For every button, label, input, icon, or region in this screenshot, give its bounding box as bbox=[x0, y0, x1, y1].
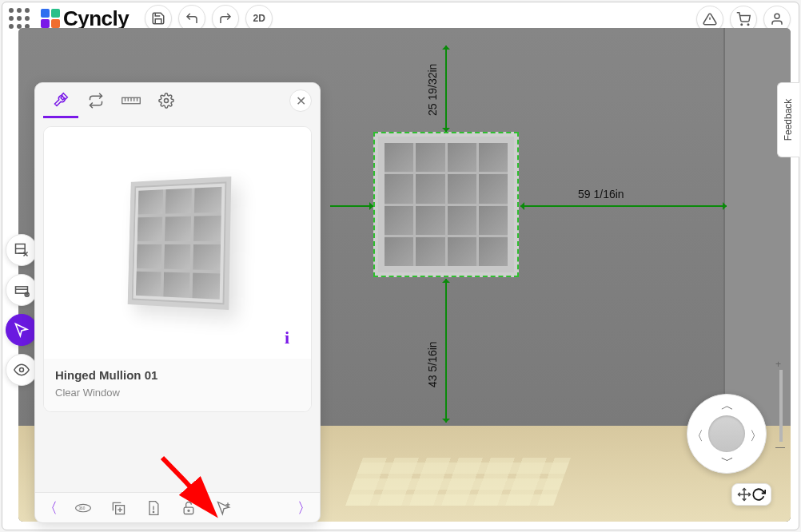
pan-tool-icon[interactable] bbox=[737, 487, 751, 502]
svg-point-28 bbox=[188, 510, 189, 511]
svg-point-2 bbox=[741, 24, 743, 26]
dimension-label-top[interactable]: 25 19/32in bbox=[426, 64, 439, 116]
footer-prev-button[interactable]: 〈 bbox=[43, 498, 58, 518]
window-preview-icon bbox=[128, 177, 232, 310]
brand-mark-icon bbox=[41, 9, 60, 28]
tab-measure[interactable] bbox=[114, 83, 149, 118]
visibility-tool-button[interactable] bbox=[6, 354, 38, 386]
left-tool-rail bbox=[6, 234, 38, 386]
warning-doc-icon[interactable] bbox=[144, 500, 163, 516]
feedback-tab[interactable]: Feedback bbox=[777, 82, 799, 157]
info-button[interactable]: i bbox=[276, 327, 298, 349]
feedback-label: Feedback bbox=[783, 99, 795, 141]
orbit-right-icon[interactable]: 〉 bbox=[750, 428, 763, 445]
svg-text:360: 360 bbox=[79, 506, 86, 510]
orbit-up-icon[interactable]: ︿ bbox=[721, 398, 734, 415]
furniture-tool-button[interactable] bbox=[6, 274, 38, 306]
svg-point-4 bbox=[775, 14, 779, 18]
view-navigator: ︿ ﹀ 〈 〉 bbox=[679, 394, 775, 506]
tab-settings[interactable] bbox=[149, 83, 184, 118]
duplicate-icon[interactable] bbox=[109, 500, 128, 516]
floorplan-tool-button[interactable] bbox=[6, 234, 38, 266]
item-subtitle: Clear Window bbox=[55, 387, 300, 399]
item-title: Hinged Mullion 01 bbox=[55, 368, 300, 382]
item-card[interactable]: i Hinged Mullion 01 Clear Window bbox=[43, 126, 312, 412]
dimension-label-right[interactable]: 59 1/16in bbox=[578, 188, 624, 200]
panel-close-button[interactable]: ✕ bbox=[289, 89, 312, 112]
svg-rect-27 bbox=[184, 507, 193, 514]
dimension-line-top bbox=[445, 46, 447, 132]
dimension-label-bottom[interactable]: 43 5/16in bbox=[426, 341, 439, 387]
tab-tools[interactable] bbox=[43, 83, 78, 118]
zoom-slider[interactable] bbox=[779, 370, 783, 442]
select-plus-icon[interactable] bbox=[214, 500, 233, 516]
tab-swap[interactable] bbox=[78, 83, 114, 118]
panel-footer-toolbar: 〈 360 〉 bbox=[35, 492, 320, 522]
reset-view-icon[interactable] bbox=[751, 487, 766, 502]
svg-point-20 bbox=[165, 99, 169, 103]
orbit-left-icon[interactable]: 〈 bbox=[691, 428, 703, 445]
dimension-line-left-stub bbox=[330, 205, 373, 207]
selected-window-object[interactable] bbox=[373, 132, 519, 277]
dimension-line-bottom bbox=[445, 279, 447, 423]
brand-name: Cyncly bbox=[63, 6, 129, 31]
footer-next-button[interactable]: 〉 bbox=[297, 498, 312, 518]
brand-logo: Cyncly bbox=[41, 6, 129, 31]
rotate-360-icon[interactable]: 360 bbox=[74, 501, 93, 515]
item-thumbnail: i bbox=[44, 127, 311, 359]
orbit-center-icon[interactable] bbox=[708, 415, 745, 452]
svg-point-3 bbox=[747, 24, 749, 26]
dimension-line-right bbox=[520, 205, 727, 207]
svg-point-13 bbox=[20, 368, 24, 372]
properties-panel: ✕ i Hinged Mullion 01 bbox=[34, 82, 321, 523]
drag-grip-icon[interactable] bbox=[9, 8, 33, 29]
lock-icon[interactable] bbox=[179, 500, 198, 516]
orbit-down-icon[interactable]: ﹀ bbox=[721, 453, 734, 470]
orbit-dpad[interactable]: ︿ ﹀ 〈 〉 bbox=[687, 394, 767, 474]
svg-point-26 bbox=[153, 511, 153, 512]
panel-tab-strip: ✕ bbox=[35, 83, 320, 118]
select-tool-button[interactable] bbox=[6, 314, 38, 346]
